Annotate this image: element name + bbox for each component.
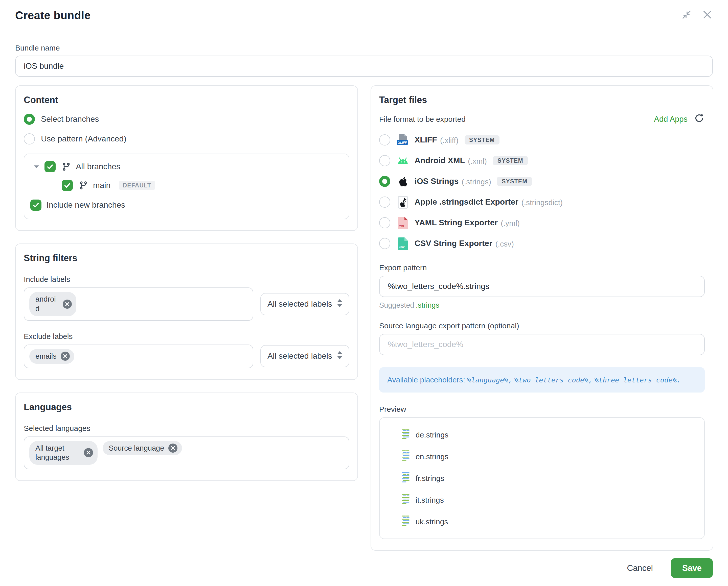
remove-chip-icon[interactable] xyxy=(168,444,177,453)
exclude-labels-label: Exclude labels xyxy=(24,331,349,340)
include-labels-input[interactable]: android xyxy=(24,288,253,321)
selected-languages-input[interactable]: All target languages Source language xyxy=(24,436,349,469)
format-row-ios-strings[interactable]: iOS Strings (.strings) SYSTEM xyxy=(379,174,705,189)
main-branch-label: main xyxy=(93,181,110,190)
exclude-labels-mode-select[interactable]: All selected labels xyxy=(260,345,349,367)
dialog-body: Bundle name Content Select branches xyxy=(0,44,728,551)
radio-select-branches[interactable]: Select branches xyxy=(24,114,349,125)
sort-arrows-icon xyxy=(337,351,342,361)
preview-file-name: de.strings xyxy=(416,430,448,439)
radio-unselected-icon xyxy=(24,133,35,144)
radio-selected-icon xyxy=(379,176,390,187)
target-files-title: Target files xyxy=(379,95,705,106)
page-title: Create bundle xyxy=(15,9,91,22)
bundle-name-label: Bundle name xyxy=(15,44,713,52)
format-row-android-xml[interactable]: Android XML (.xml) SYSTEM xyxy=(379,153,705,168)
preview-file-row: en.strings xyxy=(380,446,704,467)
radio-use-pattern-label: Use pattern (Advanced) xyxy=(41,134,126,143)
add-apps-link[interactable]: Add Apps xyxy=(654,114,687,124)
format-name: Apple .stringsdict Exporter xyxy=(415,197,519,207)
csv-file-icon: CSV xyxy=(396,237,409,250)
strings-file-icon xyxy=(402,450,410,463)
languages-card: Languages Selected languages All target … xyxy=(15,392,358,481)
format-row-csv[interactable]: CSV CSV String Exporter (.csv) xyxy=(379,236,705,251)
format-name: YAML String Exporter xyxy=(415,218,498,227)
format-ext: (.csv) xyxy=(496,239,514,248)
format-ext: (.xliff) xyxy=(440,136,458,144)
preview-file-row: de.strings xyxy=(380,424,704,446)
preview-label: Preview xyxy=(379,405,705,413)
dialog-footer: Cancel Save xyxy=(0,550,728,586)
include-labels-mode-select[interactable]: All selected labels xyxy=(260,293,349,315)
preview-file-name: uk.strings xyxy=(416,517,448,526)
chip-text: emails xyxy=(35,351,57,361)
placeholders-prefix: Available placeholders: xyxy=(387,375,465,384)
close-button[interactable] xyxy=(702,9,713,22)
format-row-xliff[interactable]: XLIFF XLIFF (.xliff) SYSTEM xyxy=(379,132,705,148)
preview-file-row: it.strings xyxy=(380,489,704,511)
placeholder-three-letters: %three_letters_code%. xyxy=(595,376,681,384)
git-branch-icon xyxy=(62,162,71,171)
chevron-down-icon[interactable] xyxy=(33,165,40,169)
left-column: Content Select branches Use pattern (Adv… xyxy=(15,85,358,481)
cancel-button[interactable]: Cancel xyxy=(624,563,656,574)
chip-text: All target languages xyxy=(35,443,80,462)
string-filters-title: String filters xyxy=(24,253,349,264)
remove-chip-icon[interactable] xyxy=(61,352,70,361)
collapse-arrows-icon xyxy=(681,9,692,21)
content-title: Content xyxy=(24,95,349,106)
main-branch-checkbox[interactable] xyxy=(62,180,73,191)
close-icon xyxy=(703,10,712,21)
select-value: All selected labels xyxy=(268,352,332,361)
save-button[interactable]: Save xyxy=(671,558,713,578)
preview-file-name: it.strings xyxy=(416,496,444,504)
preview-file-row: uk.strings xyxy=(380,511,704,532)
include-new-branches-label: Include new branches xyxy=(47,201,125,210)
selected-languages-label: Selected languages xyxy=(24,424,349,432)
source-pattern-input[interactable] xyxy=(379,334,705,355)
placeholders-info-box: Available placeholders:%language%,%two_l… xyxy=(379,367,705,393)
android-icon xyxy=(396,157,409,164)
format-row-stringsdict[interactable]: Apple .stringsdict Exporter (.stringsdic… xyxy=(379,194,705,210)
chip-text: android xyxy=(35,294,59,314)
content-card: Content Select branches Use pattern (Adv… xyxy=(15,85,358,231)
svg-text:XLIFF: XLIFF xyxy=(398,141,407,144)
placeholder-language: %language%, xyxy=(467,376,512,384)
suggested-label: Suggested xyxy=(379,301,414,309)
remove-chip-icon[interactable] xyxy=(84,448,93,457)
language-chip: All target languages xyxy=(29,441,98,465)
all-branches-checkbox[interactable] xyxy=(45,161,56,172)
exclude-labels-input[interactable]: emails xyxy=(24,344,253,368)
all-branches-label: All branches xyxy=(76,162,120,171)
default-badge: DEFAULT xyxy=(119,181,155,190)
svg-text:YML: YML xyxy=(399,224,405,228)
suggested-strings-link[interactable]: .strings xyxy=(416,301,440,309)
label-chip: emails xyxy=(29,349,74,364)
system-badge: SYSTEM xyxy=(493,156,528,165)
refresh-button[interactable] xyxy=(694,113,705,125)
svg-text:CSV: CSV xyxy=(399,245,405,248)
strings-file-icon xyxy=(402,515,410,528)
include-new-branches-checkbox[interactable] xyxy=(30,199,42,211)
format-ext: (.xml) xyxy=(468,156,487,165)
strings-file-icon xyxy=(402,494,410,506)
radio-unselected-icon xyxy=(379,217,390,228)
bundle-name-input[interactable] xyxy=(15,56,713,77)
right-column: Target files File format to be exported … xyxy=(371,85,713,551)
preview-file-row: fr.strings xyxy=(380,467,704,489)
collapse-button[interactable] xyxy=(680,8,693,22)
preview-file-list: de.strings xyxy=(379,417,705,539)
select-value: All selected labels xyxy=(268,299,332,309)
apple-stringsdict-file-icon xyxy=(396,196,409,208)
radio-use-pattern[interactable]: Use pattern (Advanced) xyxy=(24,133,349,144)
radio-selected-icon xyxy=(24,114,35,125)
format-name: XLIFF xyxy=(415,135,437,144)
export-pattern-input[interactable] xyxy=(379,276,705,297)
strings-file-icon xyxy=(402,472,410,484)
format-ext: (.stringsdict) xyxy=(522,198,563,206)
tree-row-all-branches: All branches xyxy=(30,161,343,172)
remove-chip-icon[interactable] xyxy=(63,299,72,309)
system-badge: SYSTEM xyxy=(497,177,532,186)
target-files-card: Target files File format to be exported … xyxy=(371,85,713,551)
format-row-yaml[interactable]: YML YAML String Exporter (.yml) xyxy=(379,215,705,230)
